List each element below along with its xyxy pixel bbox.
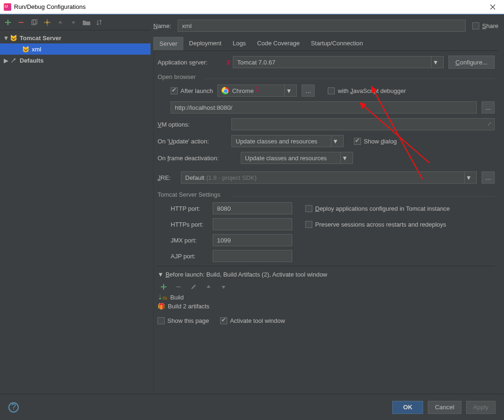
- http-port-label: HTTP port:: [171, 205, 208, 212]
- sort-icon[interactable]: [95, 18, 104, 27]
- before-launch-toggle[interactable]: ▼ Before launch: Build, Build Artifacts …: [158, 271, 495, 278]
- bl-down-icon[interactable]: [219, 283, 228, 291]
- list-item[interactable]: ⇣01 Build: [158, 293, 495, 302]
- app-server-select[interactable]: Tomcat 7.0.67 ▼: [233, 56, 444, 68]
- name-label: Name:: [153, 22, 171, 29]
- jre-select[interactable]: Default (1.8 - project SDK) ▼: [181, 171, 477, 184]
- activate-tool-window-checkbox[interactable]: Activate tool window: [220, 317, 285, 324]
- https-port-input[interactable]: [213, 218, 292, 230]
- ajp-port-input[interactable]: [213, 250, 292, 262]
- https-port-label: HTTPs port:: [171, 221, 208, 228]
- name-input[interactable]: [178, 20, 466, 32]
- before-launch-section: ▼ Before launch: Build, Build Artifacts …: [158, 266, 495, 324]
- tree-label: Defaults: [20, 57, 43, 64]
- folder-icon[interactable]: [82, 18, 91, 27]
- ok-button[interactable]: OK: [392, 401, 423, 414]
- tree-node-xml[interactable]: 🐱 xml: [0, 43, 151, 55]
- right-panel: Name: Share Server Deployment Logs Code …: [151, 14, 504, 394]
- move-up-icon[interactable]: [56, 18, 65, 27]
- annotation-num-2: 2: [227, 59, 230, 66]
- url-input[interactable]: [171, 101, 477, 114]
- settings-icon[interactable]: [43, 18, 51, 27]
- deploy-checkbox[interactable]: Deploy applications configured in Tomcat…: [305, 205, 450, 212]
- configure-button[interactable]: Configure...: [448, 56, 495, 69]
- tab-server[interactable]: Server: [153, 37, 183, 50]
- chevron-down-icon: ▼: [340, 152, 349, 164]
- wrench-icon: [9, 57, 18, 64]
- vm-options-label: VM options:: [158, 121, 227, 128]
- show-page-checkbox[interactable]: Show this page: [158, 317, 209, 324]
- collapse-arrow-icon[interactable]: ▶: [3, 57, 9, 64]
- js-debugger-checkbox[interactable]: with JavaScript debugger: [328, 87, 406, 94]
- copy-icon[interactable]: [30, 18, 38, 27]
- tomcat-local-icon: 🐱: [22, 46, 30, 53]
- jre-more-button[interactable]: …: [482, 171, 495, 184]
- expand-icon[interactable]: ⤢: [487, 121, 492, 127]
- chevron-down-icon: ▼: [284, 85, 293, 96]
- tab-startup-connection[interactable]: Startup/Connection: [305, 37, 368, 50]
- dialog-footer: ? OK Cancel Apply: [0, 394, 504, 420]
- update-action-label: On 'Update' action:: [158, 138, 227, 145]
- open-browser-title: Open browser: [158, 73, 495, 80]
- tomcat-icon: 🐱: [9, 35, 18, 42]
- ajp-port-label: AJP port:: [171, 253, 208, 260]
- chevron-down-icon: ▼: [464, 172, 473, 183]
- move-down-icon[interactable]: [69, 18, 78, 27]
- jmx-port-label: JMX port:: [171, 237, 208, 244]
- list-item[interactable]: 🎁 Build 2 artifacts: [158, 302, 495, 311]
- apply-button[interactable]: Apply: [466, 401, 496, 414]
- url-more-button[interactable]: …: [482, 101, 495, 114]
- expand-arrow-icon[interactable]: ▼: [3, 35, 9, 42]
- artifact-icon: 🎁: [158, 303, 165, 310]
- config-tree: ▼ 🐱 Tomcat Server 🐱 xml ▶ Defaults: [0, 30, 151, 68]
- browser-select[interactable]: Chrome 1 ▼: [217, 85, 297, 97]
- jmx-port-input[interactable]: [213, 234, 292, 246]
- add-icon[interactable]: [4, 18, 12, 27]
- bl-add-icon[interactable]: [159, 283, 168, 291]
- preserve-checkbox[interactable]: Preserve sessions across restarts and re…: [305, 221, 446, 228]
- tabs: Server Deployment Logs Code Coverage Sta…: [153, 37, 498, 51]
- jre-label: JRE:: [158, 174, 176, 181]
- window-title: Run/Debug Configurations: [14, 3, 485, 10]
- titlebar: Run/Debug Configurations: [0, 0, 504, 14]
- app-icon: [4, 3, 11, 11]
- help-button[interactable]: ?: [8, 402, 19, 413]
- frame-deactivation-select[interactable]: Update classes and resources ▼: [241, 152, 353, 164]
- vm-options-input[interactable]: [231, 118, 495, 130]
- update-action-select[interactable]: Update classes and resources ▼: [231, 135, 344, 147]
- tab-code-coverage[interactable]: Code Coverage: [252, 37, 305, 50]
- close-button[interactable]: [485, 0, 500, 14]
- bl-remove-icon[interactable]: [174, 283, 183, 291]
- browser-value: Chrome: [232, 87, 253, 94]
- annotation-num-1: 1: [256, 85, 259, 93]
- tree-node-defaults[interactable]: ▶ Defaults: [0, 55, 151, 66]
- chevron-down-icon: ▼: [431, 57, 439, 68]
- show-dialog-checkbox[interactable]: Show dialog: [354, 138, 397, 145]
- tree-node-tomcat-server[interactable]: ▼ 🐱 Tomcat Server: [0, 32, 151, 43]
- app-server-label: Application server:: [158, 59, 227, 66]
- chevron-down-icon: ▼: [331, 135, 339, 147]
- cancel-button[interactable]: Cancel: [428, 401, 461, 414]
- chrome-icon: [222, 87, 229, 94]
- tree-label: Tomcat Server: [20, 35, 61, 42]
- tab-deployment[interactable]: Deployment: [183, 37, 227, 50]
- sidebar: ▼ 🐱 Tomcat Server 🐱 xml ▶ Defaults: [0, 14, 151, 394]
- before-launch-list: ⇣01 Build 🎁 Build 2 artifacts: [158, 293, 495, 311]
- server-tab-content: Application server: 2 Tomcat 7.0.67 ▼ Co…: [153, 51, 498, 394]
- svg-line-3: [371, 86, 423, 179]
- svg-point-2: [46, 21, 49, 24]
- bl-edit-icon[interactable]: [189, 283, 198, 291]
- after-launch-checkbox[interactable]: After launch: [171, 87, 213, 94]
- http-port-input[interactable]: [213, 202, 292, 214]
- tab-logs[interactable]: Logs: [227, 37, 252, 50]
- bl-up-icon[interactable]: [204, 283, 213, 291]
- app-server-value: Tomcat 7.0.67: [237, 59, 275, 66]
- tree-label: xml: [32, 46, 41, 53]
- build-icon: ⇣01: [158, 294, 167, 301]
- frame-deactivation-label: On frame deactivation:: [158, 155, 236, 162]
- remove-icon[interactable]: [17, 18, 25, 27]
- share-checkbox[interactable]: Share: [472, 22, 498, 29]
- tomcat-settings-title: Tomcat Server Settings: [158, 191, 495, 198]
- sidebar-toolbar: [0, 14, 151, 30]
- browser-more-button[interactable]: …: [302, 85, 315, 97]
